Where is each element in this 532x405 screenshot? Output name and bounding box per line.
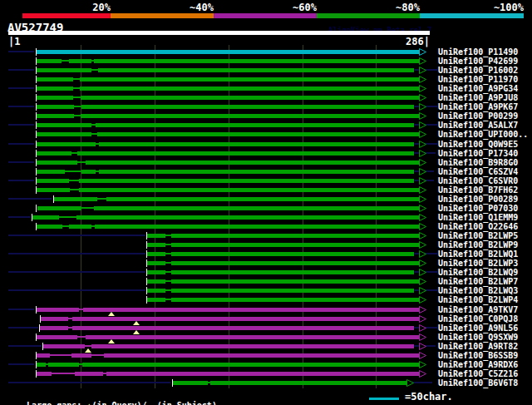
- alignment-bar-segment[interactable]: [37, 96, 73, 100]
- hit-arrow-icon[interactable]: [419, 296, 427, 304]
- alignment-thin-segment[interactable]: [62, 60, 69, 62]
- hit-arrow-icon[interactable]: [419, 352, 427, 359]
- hit-label[interactable]: UniRef100_Q0W9E5: [438, 140, 518, 149]
- hit-arrow-icon[interactable]: [419, 269, 427, 276]
- hit-arrow-icon[interactable]: [419, 370, 427, 378]
- alignment-bar-segment[interactable]: [71, 353, 91, 358]
- hit-label[interactable]: UniRef100_B6SSB9: [438, 351, 518, 360]
- hit-label[interactable]: UniRef100_C0PQJ8: [438, 314, 518, 324]
- alignment-thin-segment[interactable]: [59, 216, 76, 218]
- hit-arrow-icon[interactable]: [419, 168, 427, 175]
- alignment-bar-segment[interactable]: [76, 215, 419, 220]
- hit-label[interactable]: UniRef100_P00299: [438, 111, 518, 121]
- hit-arrow-icon[interactable]: [419, 57, 427, 65]
- hit-label[interactable]: UniRef100_B2LWP4: [438, 295, 518, 304]
- hit-arrow-icon[interactable]: [419, 306, 427, 314]
- alignment-bar-segment[interactable]: [95, 225, 419, 229]
- alignment-bar-segment[interactable]: [37, 105, 74, 109]
- hit-label[interactable]: UniRef100_B2LWP7: [438, 277, 518, 286]
- hit-label[interactable]: UniRef100_B2LWP9: [438, 240, 518, 249]
- alignment-thin-segment[interactable]: [165, 289, 171, 291]
- alignment-thin-segment[interactable]: [81, 207, 94, 209]
- alignment-bar-segment[interactable]: [86, 161, 419, 165]
- alignment-bar-segment[interactable]: [79, 179, 414, 183]
- alignment-bar-segment[interactable]: [171, 234, 419, 238]
- alignment-bar-segment[interactable]: [37, 161, 77, 165]
- hit-arrow-icon[interactable]: [419, 177, 427, 185]
- hit-label[interactable]: UniRef100_UPI000..: [438, 130, 528, 139]
- alignment-bar-segment[interactable]: [97, 132, 419, 136]
- alignment-thin-segment[interactable]: [73, 87, 80, 89]
- alignment-thin-segment[interactable]: [65, 170, 81, 172]
- hit-arrow-icon[interactable]: [419, 241, 427, 249]
- alignment-bar-segment[interactable]: [40, 326, 68, 330]
- alignment-bar-segment[interactable]: [91, 344, 414, 348]
- alignment-bar-segment[interactable]: [37, 225, 62, 229]
- hit-label[interactable]: UniRef100_A9NL56: [438, 324, 518, 333]
- alignment-thin-segment[interactable]: [165, 299, 171, 300]
- alignment-thin-segment[interactable]: [165, 262, 171, 264]
- alignment-bar-segment[interactable]: [80, 77, 419, 81]
- alignment-bar-segment[interactable]: [79, 188, 419, 192]
- alignment-bar-segment[interactable]: [54, 197, 97, 201]
- hit-label[interactable]: UniRef100_P07030: [438, 204, 518, 213]
- hit-arrow-icon[interactable]: [419, 214, 427, 221]
- hit-arrow-icon[interactable]: [419, 85, 427, 92]
- alignment-thin-segment[interactable]: [77, 161, 86, 163]
- alignment-bar-segment[interactable]: [171, 243, 419, 247]
- alignment-thin-segment[interactable]: [165, 253, 171, 254]
- alignment-bar-segment[interactable]: [37, 353, 50, 358]
- alignment-thin-segment[interactable]: [91, 133, 97, 135]
- alignment-bar-segment[interactable]: [147, 270, 165, 274]
- alignment-bar-segment[interactable]: [147, 298, 165, 302]
- alignment-bar-segment[interactable]: [37, 170, 65, 174]
- alignment-bar-segment[interactable]: [81, 114, 419, 118]
- alignment-bar-segment[interactable]: [96, 123, 414, 127]
- alignment-bar-segment[interactable]: [77, 151, 414, 156]
- alignment-thin-segment[interactable]: [165, 271, 171, 273]
- alignment-bar-segment[interactable]: [147, 243, 165, 247]
- alignment-bar-segment[interactable]: [37, 114, 74, 118]
- alignment-bar-segment[interactable]: [37, 86, 73, 91]
- alignment-bar-segment[interactable]: [82, 363, 419, 367]
- hit-label[interactable]: UniRef100_A9PG34: [438, 84, 518, 93]
- alignment-bar-segment[interactable]: [147, 252, 165, 256]
- hit-arrow-icon[interactable]: [419, 159, 427, 166]
- hit-label[interactable]: UniRef100_P42699: [438, 57, 518, 66]
- alignment-bar-segment[interactable]: [72, 317, 419, 321]
- hit-arrow-icon[interactable]: [419, 343, 427, 350]
- hit-arrow-icon[interactable]: [419, 250, 427, 258]
- alignment-bar-segment[interactable]: [171, 289, 414, 293]
- hit-label[interactable]: UniRef100_B7FH62: [438, 185, 518, 195]
- hit-arrow-icon[interactable]: [419, 278, 427, 285]
- hit-label[interactable]: UniRef100_B2LWP3: [438, 259, 518, 268]
- hit-arrow-icon[interactable]: [419, 315, 427, 323]
- alignment-bar-segment[interactable]: [83, 308, 419, 312]
- alignment-bar-segment[interactable]: [37, 59, 62, 63]
- alignment-bar-segment[interactable]: [98, 68, 414, 72]
- hit-arrow-icon[interactable]: [419, 324, 427, 332]
- hit-label[interactable]: UniRef100_A9RT82: [438, 342, 518, 351]
- hit-arrow-icon[interactable]: [406, 379, 415, 387]
- alignment-bar-segment[interactable]: [41, 317, 68, 321]
- alignment-bar-segment[interactable]: [173, 381, 208, 385]
- alignment-bar-segment[interactable]: [210, 381, 406, 385]
- alignment-bar-segment[interactable]: [37, 50, 419, 54]
- alignment-thin-segment[interactable]: [77, 336, 86, 338]
- hit-label[interactable]: UniRef100_B6V6T8: [438, 378, 518, 388]
- alignment-bar-segment[interactable]: [171, 270, 414, 274]
- alignment-thin-segment[interactable]: [73, 96, 81, 98]
- alignment-bar-segment[interactable]: [171, 279, 419, 284]
- hit-arrow-icon[interactable]: [419, 186, 427, 194]
- hit-arrow-icon[interactable]: [419, 121, 427, 129]
- alignment-bar-segment[interactable]: [37, 188, 70, 192]
- alignment-bar-segment[interactable]: [37, 179, 69, 183]
- hit-label[interactable]: UniRef100_P11970: [438, 75, 518, 84]
- alignment-bar-segment[interactable]: [81, 96, 419, 100]
- alignment-bar-segment[interactable]: [69, 59, 91, 63]
- alignment-bar-segment[interactable]: [99, 170, 414, 174]
- alignment-bar-segment[interactable]: [37, 363, 46, 367]
- alignment-thin-segment[interactable]: [165, 280, 171, 282]
- hit-arrow-icon[interactable]: [419, 205, 427, 212]
- alignment-bar-segment[interactable]: [147, 279, 165, 284]
